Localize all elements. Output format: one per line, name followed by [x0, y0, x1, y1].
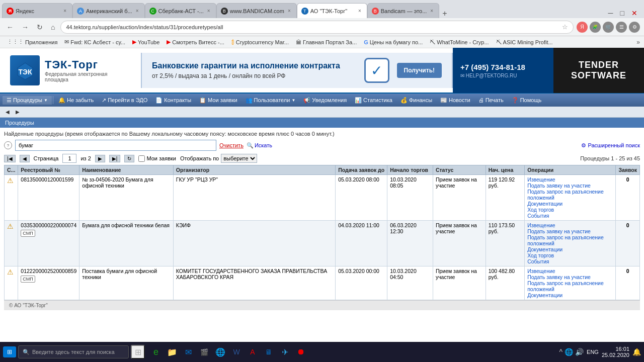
start-button[interactable]: ⊞ [3, 346, 16, 357]
nav-my-apps[interactable]: 📋 Мои заявки [195, 96, 242, 105]
taskbar-search[interactable]: 🔍 Введите здесь текст для поиска [18, 345, 129, 358]
taskbar-word[interactable]: W [229, 345, 244, 359]
request-clarification-link[interactable]: Подать запрос на разъяснение положений [527, 234, 613, 246]
settings-icon[interactable]: ⚙ [629, 22, 640, 33]
notice-link[interactable]: Извещение [527, 176, 613, 183]
tab-bandicam-site[interactable]: B www.BANDICAM.com × [216, 3, 297, 18]
taskbar-acrobat[interactable]: A [246, 345, 260, 359]
nav-contracts[interactable]: 📄 Контракты [151, 96, 195, 105]
bookmark-star[interactable]: ☆ [562, 23, 568, 31]
bookmark-portal[interactable]: 🏛 Главная Портал За... [293, 38, 360, 46]
bookmark-crypto[interactable]: ₿ Cryptocurrency Mar... [228, 38, 292, 46]
profile-icon[interactable]: Я [577, 22, 588, 33]
taskbar-edge[interactable]: e [149, 345, 163, 359]
more-bookmarks-button[interactable]: » [636, 39, 640, 46]
submit-app-link[interactable]: Подать заявку на участие [527, 274, 613, 280]
nav-notifications[interactable]: 📢 Уведомления [299, 96, 351, 105]
bookmark-apps[interactable]: ⋮⋮⋮ Приложения [4, 38, 60, 46]
tab-bandicam[interactable]: B Bandicam — это... × [367, 3, 439, 18]
bookmark-vitesse[interactable]: ▶ Смотреть Витесс -... [164, 38, 227, 46]
task-view-button[interactable]: ⊞ [131, 345, 145, 359]
tab-close[interactable]: × [206, 8, 212, 14]
my-apps-filter[interactable]: Мои заявки [138, 155, 176, 162]
taskbar-chrome[interactable]: 🌐 [213, 345, 227, 359]
first-page-button[interactable]: |◀ [4, 155, 16, 162]
forward-button[interactable]: → [19, 22, 31, 32]
bookmark-fwd[interactable]: ✉ Fwd: КС Асбест - су... [61, 38, 128, 46]
cart-icon[interactable]: 🛒 [603, 22, 614, 33]
nav-procedures[interactable]: ☰ Процедуры ▼ [3, 96, 52, 105]
trade-progress-link[interactable]: Ход торгов [527, 207, 613, 213]
volume-icon[interactable]: 🔊 [575, 348, 584, 356]
notification-center-icon[interactable]: 🔔 [632, 348, 641, 356]
nav-forward-arrow[interactable]: ▶ [13, 108, 23, 116]
new-tab-button[interactable]: + [439, 9, 450, 18]
reload-button[interactable]: ↻ [34, 22, 45, 32]
tab-sberbank[interactable]: С Сбербанк-АСТ -... × [145, 3, 216, 18]
taskbar-obs[interactable]: ⏺ [294, 345, 308, 359]
nav-statistics[interactable]: 📊 Статистика [351, 96, 396, 105]
documentation-link[interactable]: Документации [527, 201, 613, 207]
search-button[interactable]: 🔍 Искать [247, 142, 272, 149]
nav-edo[interactable]: ↗ Перейти в ЭДО [98, 96, 151, 105]
submit-app-link[interactable]: Подать заявку на участие [527, 228, 613, 234]
request-clarification-link[interactable]: Подать запрос на разъяснение положений [527, 280, 613, 292]
deadline-cell: 05.03.2020 00:00 [336, 266, 387, 300]
clear-search-button[interactable]: Очистить [219, 142, 244, 148]
back-button[interactable]: ← [4, 22, 16, 32]
tab-close[interactable]: × [357, 8, 363, 14]
taskbar-mail[interactable]: ✉ [181, 345, 195, 359]
refresh-button[interactable]: ↻ [124, 155, 134, 162]
nav-finance[interactable]: 💰 Финансы [396, 96, 436, 105]
events-link[interactable]: События [527, 213, 613, 219]
tab-american[interactable]: A Американский б... × [72, 3, 145, 18]
bookmark-asic[interactable]: ⛏ ASIC Mining Profit... [493, 38, 556, 46]
nav-remember[interactable]: 🔔 Не забыть [54, 96, 98, 105]
chevron-up-icon[interactable]: ^ [559, 348, 563, 356]
taskbar-explorer[interactable]: 📁 [165, 345, 179, 359]
taskbar-rdp[interactable]: 🖥 [262, 345, 276, 359]
bookmark-whattomine[interactable]: ⛏ WhatToMine - Cryp... [427, 38, 492, 46]
tab-tektorg[interactable]: Т АО "ТЭК-Торг" × [297, 3, 367, 18]
tab-close[interactable]: × [134, 8, 140, 14]
extension-icon[interactable]: 🧩 [590, 22, 601, 33]
next-page-button[interactable]: ▶ [95, 155, 105, 162]
banner-cta-button[interactable]: Получить! [397, 63, 442, 78]
maximize-button[interactable]: □ [618, 8, 627, 18]
minimize-button[interactable]: ─ [606, 8, 616, 18]
tab-yandex[interactable]: Я Яндекс × [2, 3, 72, 18]
address-box[interactable]: 44.tektorg.ru/supplier/auction/index/sta… [60, 21, 574, 34]
nav-users[interactable]: 👥 Пользователи ▼ [242, 96, 300, 105]
tab-close[interactable]: × [286, 8, 292, 14]
tab-close[interactable]: × [62, 8, 68, 14]
bookmark-youtube[interactable]: ▶ YouTube [129, 38, 163, 46]
notice-link[interactable]: Извещение [527, 222, 613, 228]
nav-news[interactable]: 📰 Новости [436, 96, 474, 105]
nav-print[interactable]: 🖨 Печать [474, 96, 508, 104]
trade-progress-link[interactable]: Ход торгов [527, 252, 613, 258]
notice-link[interactable]: Извещение [527, 268, 613, 274]
per-page-select[interactable]: выберите [221, 154, 257, 163]
events-link[interactable]: События [527, 258, 613, 264]
nav-back-arrow[interactable]: ◀ [3, 108, 13, 116]
documentation-link[interactable]: Документации [527, 246, 613, 252]
bookmark-paper-prices[interactable]: G Цены на бумагу по... [361, 38, 426, 46]
tender-line1: TENDER [579, 60, 619, 70]
taskbar-bandicam[interactable]: 🎬 [197, 345, 211, 359]
network-icon[interactable]: 🌐 [565, 348, 573, 356]
page-number-input[interactable] [62, 154, 76, 163]
tab-close[interactable]: × [429, 8, 435, 14]
close-window-button[interactable]: ✕ [629, 8, 640, 18]
home-button[interactable]: ⌂ [48, 22, 57, 32]
prev-page-button[interactable]: ◀ [20, 155, 30, 162]
search-input[interactable] [15, 140, 216, 151]
my-apps-checkbox[interactable] [138, 155, 145, 162]
nav-help[interactable]: ❓ Помощь [508, 96, 546, 105]
submit-app-link[interactable]: Подать заявку на участие [527, 183, 613, 189]
taskbar-telegram[interactable]: ✈ [278, 345, 292, 359]
request-clarification-link[interactable]: Подать запрос на разъяснение положений [527, 189, 613, 201]
documentation-link[interactable]: Документации [527, 292, 613, 298]
menu-icon[interactable]: ☰ [616, 22, 627, 33]
advanced-search-button[interactable]: ⚙ Расширенный поиск [581, 142, 640, 149]
last-page-button[interactable]: ▶| [109, 155, 121, 162]
